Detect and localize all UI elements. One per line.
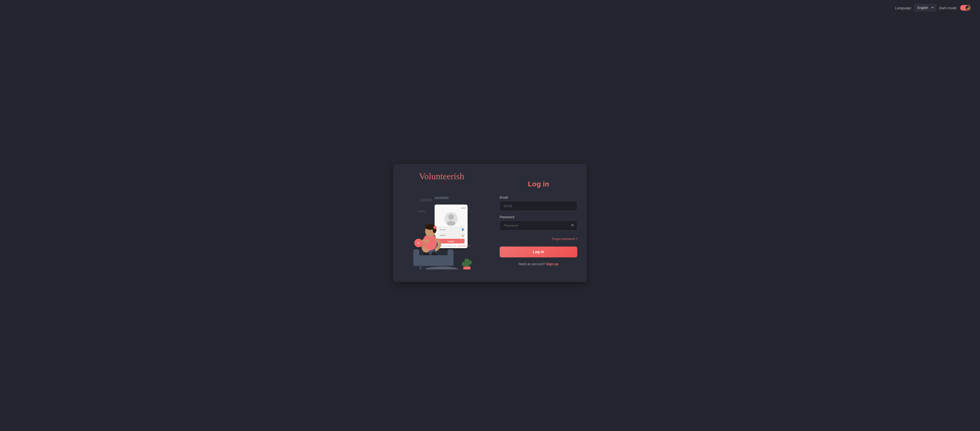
password-input-wrapper: 👁 [500,221,577,231]
illustration-svg: Name 👤 •••••••• 🔒 Log In Don't remember … [406,192,477,269]
language-select[interactable]: English Spanish French German [915,4,936,11]
svg-rect-0 [420,199,432,202]
svg-rect-48 [469,261,472,265]
svg-text:👤: 👤 [461,228,464,231]
svg-rect-2 [418,210,425,212]
login-button[interactable]: Log in [500,247,577,258]
illustration-panel: Volunteerish [393,164,490,282]
svg-rect-39 [413,249,419,266]
form-panel: Log in Email Password 👁 Forgot password … [490,164,587,282]
illustration-area: Name 👤 •••••••• 🔒 Log In Don't remember … [398,186,485,275]
svg-point-37 [425,239,430,243]
main-content: Volunteerish [0,16,980,430]
no-account-text: Need an account? [519,262,546,266]
svg-point-9 [461,208,462,208]
email-input-wrapper [500,201,577,211]
login-title: Log in [500,180,577,188]
svg-point-12 [447,221,455,226]
svg-text:••••••••: •••••••• [440,234,445,237]
header: Language: English Spanish French German … [0,0,980,16]
svg-rect-1 [434,197,449,199]
password-input[interactable] [500,221,577,231]
signup-text: Need an account? Sign up [500,262,577,266]
password-label: Password [500,215,577,219]
language-label: Language: [895,6,912,10]
svg-text:🔒: 🔒 [461,234,464,237]
header-controls: Language: English Spanish French German … [895,4,970,11]
signup-link[interactable]: Sign up [546,262,558,266]
svg-point-43 [425,267,458,269]
toggle-slider [960,5,970,11]
toggle-password-icon[interactable]: 👁 [571,223,574,227]
svg-text:Don't remember me: Don't remember me [441,245,456,247]
svg-text:✓: ✓ [417,241,420,245]
svg-text:Forgot Password?: Forgot Password? [457,245,471,247]
dark-mode-label: Dark mode: [939,6,957,10]
svg-rect-46 [465,259,469,267]
card-container: Volunteerish [393,164,587,282]
dark-mode-toggle[interactable] [960,5,970,11]
password-group: Password 👁 [500,215,577,231]
email-group: Email [500,196,577,211]
svg-point-32 [433,226,437,229]
svg-point-11 [448,214,454,220]
svg-rect-40 [447,249,453,266]
svg-point-8 [463,208,464,208]
svg-text:Log In: Log In [448,240,454,243]
email-input[interactable] [500,201,577,211]
forgot-password-container: Forgot password ? [500,237,577,241]
svg-rect-41 [419,265,422,269]
forgot-password-link[interactable]: Forgot password ? [552,237,577,241]
svg-point-7 [464,208,465,208]
svg-text:Name: Name [440,228,445,231]
svg-rect-47 [462,262,465,266]
svg-rect-49 [463,267,471,269]
brand-title: Volunteerish [419,171,464,181]
email-label: Email [500,196,577,199]
